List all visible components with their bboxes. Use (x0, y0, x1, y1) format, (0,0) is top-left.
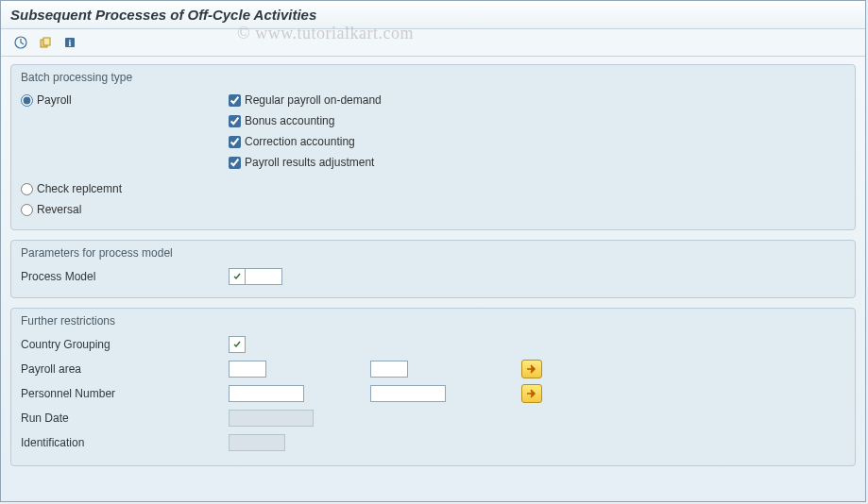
run-date-input (229, 410, 314, 427)
check-bonus-label: Bonus accounting (245, 114, 334, 127)
check-payroll-adjust[interactable]: Payroll results adjustment (229, 156, 374, 169)
group-parameters: Parameters for process model Process Mod… (10, 240, 856, 298)
group-title-batch: Batch processing type (21, 69, 845, 90)
info-button[interactable]: i (60, 33, 80, 52)
identification-input (229, 434, 285, 451)
check-regular-label: Regular payroll on-demand (245, 93, 382, 107)
radio-reversal-label: Reversal (37, 203, 81, 216)
radio-payroll-label: Payroll (37, 93, 72, 107)
app-window: Subsequent Processes of Off-Cycle Activi… (0, 0, 866, 502)
checkmark-icon (232, 272, 242, 281)
check-correction-label: Correction accounting (245, 135, 355, 148)
check-bonus-accounting[interactable]: Bonus accounting (229, 114, 334, 127)
toolbar: i © www.tutorialkart.com (1, 29, 865, 57)
country-grouping-value-help[interactable] (229, 336, 246, 353)
label-country-grouping: Country Grouping (21, 338, 229, 351)
label-to-payroll-area: to (266, 362, 370, 376)
label-identification: Identification (21, 436, 229, 449)
radio-payroll[interactable]: Payroll (21, 93, 229, 107)
svg-rect-2 (43, 38, 50, 45)
checkmark-icon (232, 340, 242, 349)
group-restrictions: Further restrictions Country Grouping Pa… (10, 308, 856, 466)
radio-check-replacement[interactable]: Check replcemnt (21, 182, 229, 195)
multi-select-pernr-button[interactable] (521, 384, 542, 403)
pernr-from-input[interactable] (229, 385, 304, 402)
label-personnel-number: Personnel Number (21, 387, 229, 400)
payroll-area-from-input[interactable] (229, 361, 266, 378)
group-title-restrict: Further restrictions (21, 312, 845, 333)
check-adjust-label: Payroll results adjustment (245, 156, 374, 169)
arrow-right-icon (526, 364, 537, 374)
content-area: Batch processing type Payroll Regular pa… (1, 57, 865, 483)
variant-icon (39, 36, 52, 49)
label-to-pernr: to (304, 387, 370, 400)
pernr-to-input[interactable] (370, 385, 446, 402)
check-regular-payroll[interactable]: Regular payroll on-demand (229, 93, 382, 107)
clock-execute-icon (14, 36, 27, 49)
label-payroll-area: Payroll area (21, 362, 229, 376)
group-batch-processing: Batch processing type Payroll Regular pa… (10, 64, 856, 230)
multi-select-payroll-area-button[interactable] (521, 360, 542, 378)
info-icon: i (63, 36, 77, 49)
radio-reversal[interactable]: Reversal (21, 203, 229, 216)
get-variant-button[interactable] (35, 33, 56, 52)
payroll-area-to-input[interactable] (370, 361, 408, 378)
svg-text:i: i (69, 38, 72, 48)
arrow-right-icon (526, 389, 537, 398)
label-run-date: Run Date (21, 412, 229, 425)
process-model-input[interactable] (245, 268, 282, 285)
page-title: Subsequent Processes of Off-Cycle Activi… (10, 7, 856, 23)
group-title-params: Parameters for process model (21, 244, 845, 265)
check-correction-accounting[interactable]: Correction accounting (229, 135, 355, 148)
radio-check-repl-label: Check replcemnt (37, 182, 122, 195)
title-bar: Subsequent Processes of Off-Cycle Activi… (1, 1, 865, 29)
process-model-value-help[interactable] (229, 268, 246, 285)
execute-button[interactable] (10, 33, 31, 52)
label-process-model: Process Model (21, 270, 229, 283)
